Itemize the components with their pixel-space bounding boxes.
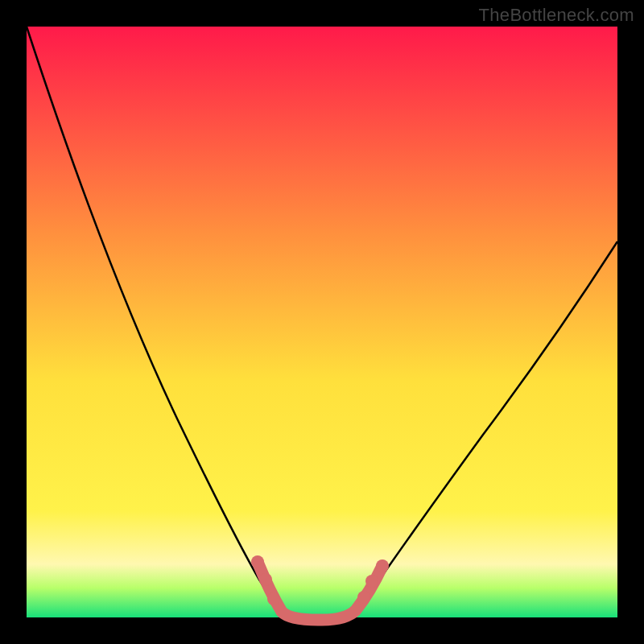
highlight-dot	[259, 573, 272, 586]
plot-area	[27, 27, 617, 617]
bottleneck-chart	[0, 0, 644, 644]
watermark-text: TheBottleneck.com	[479, 5, 634, 26]
chart-frame: TheBottleneck.com	[0, 0, 644, 644]
highlight-dot	[376, 559, 389, 572]
highlight-dot	[267, 592, 280, 605]
highlight-dot	[251, 555, 264, 568]
highlight-dot	[365, 575, 378, 588]
highlight-dot	[357, 591, 370, 604]
